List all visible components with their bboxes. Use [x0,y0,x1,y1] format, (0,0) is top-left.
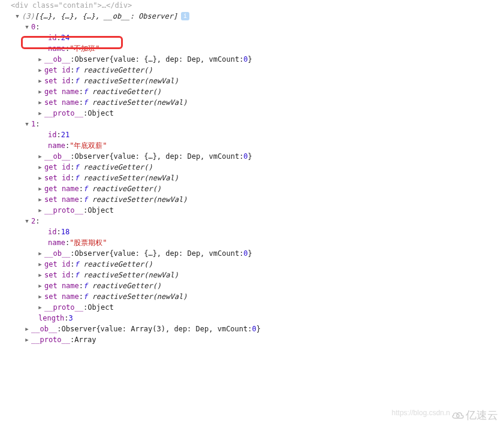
setter-row[interactable]: set name: f reactiveSetter(newVal) [5,97,504,108]
expand-arrow-icon[interactable] [37,250,43,256]
object-index-row[interactable]: 2: [5,216,504,226]
outer-proto-row[interactable]: __proto__: Array [5,334,504,345]
watermark-url: https://blog.csdn.n [392,407,450,418]
observer-body: {value: {…}, dep: Dep, vmCount: [109,54,243,65]
function-f-icon: f [83,86,87,97]
expand-arrow-icon[interactable] [37,153,43,159]
array-header-body: [{…}, {…}, {…}, __ob__: Observer] [35,11,177,22]
setter-row[interactable]: set id: f reactiveSetter(newVal) [5,75,504,86]
expand-arrow-icon[interactable] [37,207,43,213]
expand-arrow-icon[interactable] [37,56,43,62]
setter-label: set id [44,75,70,86]
property-key: __ob__ [44,54,70,65]
getter-label: get id [44,65,70,75]
setter-label: set name [44,97,79,108]
console-output: (3) [{…}, {…}, {…}, __ob__: Observer] i … [0,8,504,345]
expand-arrow-icon[interactable] [24,121,30,127]
expand-arrow-icon[interactable] [37,164,43,170]
object-index-row[interactable]: 0: [5,22,504,32]
getter-row[interactable]: get name: f reactiveGetter() [5,86,504,97]
observer-vmcount: 0 [243,54,248,65]
expand-arrow-icon[interactable] [37,272,43,278]
observer-row[interactable]: __ob__: Observer {value: {…}, dep: Dep, … [5,248,504,259]
top-html-fragment: <div class="contain">…</div> [0,0,504,8]
getter-row[interactable]: get id: f reactiveGetter() [5,259,504,270]
getter-row[interactable]: get name: f reactiveGetter() [5,280,504,291]
expand-arrow-icon[interactable] [37,175,43,181]
expand-arrow-icon[interactable] [37,186,43,192]
array-length-prefix: (3) [22,11,35,22]
property-row-name[interactable]: name: "股票期权" [5,237,504,248]
array-header-row[interactable]: (3) [{…}, {…}, {…}, __ob__: Observer] i [5,11,504,22]
setter-row[interactable]: set id: f reactiveSetter(newVal) [5,173,504,183]
outer-proto-value: Array [74,334,96,345]
expand-arrow-icon[interactable] [37,197,43,203]
expand-arrow-icon[interactable] [37,294,43,300]
setter-row[interactable]: set name: f reactiveSetter(newVal) [5,291,504,302]
getter-label: get name [44,86,79,97]
expand-arrow-icon[interactable] [24,218,30,224]
proto-row[interactable]: __proto__: Object [5,205,504,216]
property-value: "不加班" [70,43,99,54]
observer-prefix: Observer [75,54,110,65]
function-name: reactiveSetter(newVal) [83,75,179,86]
svg-point-0 [457,415,459,417]
outer-proto-key: __proto__ [31,334,70,345]
getter-row[interactable]: get id: f reactiveGetter() [5,65,504,75]
expand-arrow-icon[interactable] [37,283,43,289]
expand-arrow-icon[interactable] [37,89,43,95]
function-name: reactiveSetter(newVal) [92,97,188,108]
function-f-icon: f [75,75,79,86]
object-index: 0 [31,22,35,32]
info-badge-icon[interactable]: i [181,12,189,20]
proto-row[interactable]: __proto__: Object [5,108,504,119]
getter-row[interactable]: get id: f reactiveGetter() [5,162,504,173]
proto-key: __proto__ [44,108,83,119]
property-value: 24 [61,32,70,43]
expand-arrow-icon[interactable] [24,337,30,343]
expand-arrow-icon[interactable] [37,78,43,84]
outer-observer-row[interactable]: __ob__: Observer {value: Array(3), dep: … [5,324,504,334]
length-row[interactable]: length: 3 [5,313,504,324]
expand-arrow-icon[interactable] [37,304,43,310]
function-name [79,65,83,75]
observer-close: } [248,54,252,65]
property-key: name [48,43,65,54]
function-name: reactiveGetter() [92,86,162,97]
expand-arrow-icon[interactable] [24,326,30,332]
property-row-name[interactable]: name: "年底双薪" [5,140,504,151]
property-row-id[interactable]: id: 18 [5,226,504,237]
property-row-name[interactable]: name: "不加班" [5,43,504,54]
setter-row[interactable]: set name: f reactiveSetter(newVal) [5,194,504,205]
property-key: id [48,32,56,43]
expand-arrow-icon[interactable] [24,24,30,30]
length-key: length [38,313,64,324]
object-index: 2 [31,216,35,226]
getter-row[interactable]: get name: f reactiveGetter() [5,183,504,194]
outer-ob-key: __ob__ [31,324,57,334]
object-index-row[interactable]: 1: [5,119,504,129]
expand-arrow-icon[interactable] [14,13,20,19]
object-index: 1 [31,119,35,129]
setter-row[interactable]: set id: f reactiveSetter(newVal) [5,270,504,280]
watermark-brand: 亿速云 [451,410,498,421]
proto-value: Object [87,108,113,119]
expand-arrow-icon[interactable] [37,110,43,116]
property-row-id[interactable]: id: 24 [5,32,504,43]
observer-row[interactable]: __ob__: Observer {value: {…}, dep: Dep, … [5,151,504,162]
cloud-icon [451,410,464,420]
expand-arrow-icon[interactable] [37,99,43,105]
observer-row[interactable]: __ob__: Observer {value: {…}, dep: Dep, … [5,54,504,65]
expand-arrow-icon[interactable] [37,261,43,267]
function-f-icon: f [83,97,87,108]
length-value: 3 [69,313,73,324]
property-row-id[interactable]: id: 21 [5,129,504,140]
proto-row[interactable]: __proto__: Object [5,302,504,313]
function-f-icon: f [75,65,79,75]
expand-arrow-icon[interactable] [37,67,43,73]
